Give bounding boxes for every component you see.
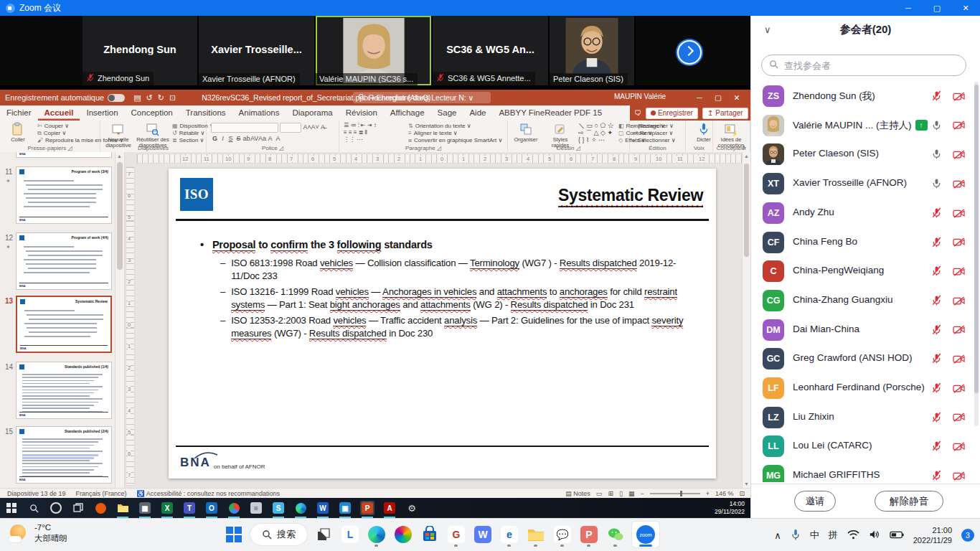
participant-row[interactable]: Valérie MAUPIN ... (主持人)↑ <box>751 111 975 141</box>
muted-mic-icon[interactable] <box>931 470 942 482</box>
tab-conception[interactable]: Conception <box>125 105 179 121</box>
participant-row[interactable]: DMDai Mian-China <box>751 316 975 345</box>
camera-icon[interactable]: ▣ <box>338 501 352 515</box>
slide-thumbnail-12[interactable]: Program of work (4/4)BNA <box>16 232 112 290</box>
ime-language[interactable]: 中 <box>810 529 819 542</box>
edge-icon[interactable] <box>293 501 308 515</box>
font-token-7[interactable]: A <box>266 135 274 142</box>
font-token-2[interactable]: S <box>227 135 235 142</box>
video-tile[interactable]: Peter Claeson (SIS) <box>550 16 636 85</box>
muted-mic-icon[interactable] <box>931 441 942 454</box>
replace-button[interactable]: ⇄ Remplacer ∨ <box>633 130 676 137</box>
participant-row[interactable]: LZLiu Zhixin <box>751 403 975 433</box>
font-token-0[interactable]: G <box>211 135 219 142</box>
ppt-close-button[interactable]: ✕ <box>727 90 746 105</box>
camera-off-icon[interactable] <box>953 121 965 133</box>
taskbar-search[interactable]: 搜索 <box>250 524 307 545</box>
font-name-select[interactable] <box>211 123 278 133</box>
slide-thumbnail-14[interactable]: Standards published (1/4)BNA <box>16 362 112 419</box>
slideshow-icon[interactable]: ▦ <box>628 490 635 497</box>
save-icon[interactable]: ▤ <box>133 93 141 103</box>
participant-search-box[interactable] <box>761 55 966 76</box>
scroll-up-icon[interactable]: ▲ <box>744 154 749 159</box>
align-button[interactable]: ≡ Aligner le texte ∨ <box>408 130 502 137</box>
thumbnails-scrollbar[interactable]: ▲ <box>115 152 125 488</box>
muted-mic-icon[interactable] <box>931 382 942 396</box>
panel-collapse-icon[interactable]: ∨ <box>764 24 771 35</box>
redo-icon[interactable]: ↻ <box>158 93 164 103</box>
font-token-4[interactable]: ab <box>242 135 250 142</box>
notes-icon[interactable]: ≡ <box>249 501 263 515</box>
camera-off-icon[interactable] <box>953 441 965 454</box>
tab-diaporama[interactable]: Diaporama <box>286 105 339 121</box>
autosave-toggle[interactable] <box>108 94 125 102</box>
weather-widget[interactable]: -7°C大部晴朗 <box>9 522 67 544</box>
tray-mic-icon[interactable] <box>791 529 801 542</box>
mic-icon[interactable] <box>931 149 942 162</box>
participant-row[interactable]: MGMichael GRIFFITHS <box>751 461 975 482</box>
participant-row[interactable]: CChina-PengWeiqiang <box>751 257 975 286</box>
camera-off-icon[interactable] <box>953 325 965 338</box>
participant-row[interactable]: Peter Claeson (SIS) <box>751 140 975 169</box>
notification-badge[interactable]: 3 <box>961 529 974 542</box>
camera-off-icon[interactable] <box>953 149 965 162</box>
slide-body[interactable]: •Proposal to confirm the 3 following sta… <box>200 239 700 343</box>
skype-icon[interactable]: S <box>271 501 286 515</box>
accessibility-status[interactable]: ♿ Accessibilité : consultez nos recomman… <box>137 490 280 497</box>
outlook-icon[interactable]: O <box>204 501 219 515</box>
camera-off-icon[interactable] <box>953 471 965 482</box>
start-icon[interactable] <box>4 501 19 515</box>
slide-title[interactable]: Systematic Review <box>558 186 703 207</box>
camera-off-icon[interactable] <box>953 354 965 367</box>
zoom-icon[interactable]: zoom <box>632 522 659 547</box>
arrange-button[interactable]: Organiser <box>509 122 542 143</box>
more-videos-button[interactable] <box>677 40 702 65</box>
tab-transitions[interactable]: Transitions <box>179 105 232 121</box>
tab-animations[interactable]: Animations <box>232 105 286 121</box>
slide-thumbnail-15[interactable]: Standards published (2/4)BNA <box>16 426 112 484</box>
calculator-icon[interactable]: ▦ <box>138 501 152 515</box>
participant-row[interactable]: CGChina-Zhang Guangxiu <box>751 286 975 316</box>
minimize-button[interactable]: ─ <box>894 4 923 13</box>
settings-icon[interactable]: ⚙ <box>405 501 419 515</box>
file-explorer-icon[interactable] <box>116 501 130 515</box>
orient-button[interactable]: ⇅ Orientation du texte ∨ <box>408 123 502 130</box>
tab-fichier[interactable]: Fichier <box>0 105 38 121</box>
participants-scrollbar[interactable] <box>974 82 979 426</box>
smartart-button[interactable]: ⧈ Convertir en graphique SmartArt ∨ <box>408 137 502 144</box>
slide-canvas[interactable]: ISO Systematic Review •Proposal to confi… <box>169 169 716 479</box>
app-orange-icon[interactable] <box>93 501 108 515</box>
word-icon[interactable]: W <box>316 501 330 515</box>
zoom-slider[interactable] <box>650 493 700 494</box>
record-button[interactable]: Enregistrer <box>646 108 698 119</box>
slide-number-status[interactable]: Diapositive 13 de 19 <box>7 490 66 497</box>
unmute-button[interactable]: 解除静音 <box>875 491 943 512</box>
scroll-down-icon[interactable]: ▼ <box>744 481 749 486</box>
account-name[interactable]: MAUPIN Valérie <box>614 93 666 100</box>
pdf-app-icon[interactable]: P <box>579 522 599 547</box>
chrome-icon[interactable] <box>227 501 241 515</box>
reuse-button[interactable]: Réutiliser des diapositives <box>136 122 169 149</box>
participant-row[interactable]: CFChina Feng Bo <box>751 228 975 258</box>
participant-row[interactable]: GCGreg Crawford (ANSI HOD) <box>751 344 975 374</box>
close-button[interactable]: ✕ <box>951 4 980 13</box>
scroll-up-icon[interactable]: ▲ <box>117 154 122 159</box>
slide-thumbnail-13[interactable]: Systematic ReviewBNA <box>16 296 112 353</box>
video-tile[interactable]: Valérie MAUPIN (SC36 s... <box>316 16 433 85</box>
share-button[interactable]: ↥Partager <box>702 108 748 119</box>
photos-icon[interactable] <box>393 522 413 547</box>
select-button[interactable]: ▸ Sélectionner ∨ <box>633 137 676 144</box>
search-icon[interactable] <box>27 501 41 515</box>
tray-expand-icon[interactable]: ∧ <box>774 530 781 541</box>
volume-icon[interactable] <box>869 529 880 542</box>
ime-mode[interactable]: 拼 <box>829 529 838 542</box>
fit-slide-icon[interactable]: ⊡ <box>739 490 745 497</box>
search-button[interactable]: ⌕ Rechercher ∨ <box>633 123 676 130</box>
paragraph-glyphs[interactable]: ☰ ≔ ⫶ ⇤ ⇥ ↕≡ ≡ ≡ ≣ ⫴⋮⋮ ⋯ <box>344 122 377 143</box>
muted-mic-icon[interactable] <box>931 295 942 309</box>
comment-icon[interactable]: 🗨 <box>634 109 641 117</box>
styles-button[interactable]: Styles rapides <box>544 122 577 149</box>
ppt-restore-button[interactable]: ▢ <box>709 90 727 105</box>
start-icon[interactable] <box>224 522 244 547</box>
normal-view-icon[interactable]: ▭ <box>596 490 603 497</box>
